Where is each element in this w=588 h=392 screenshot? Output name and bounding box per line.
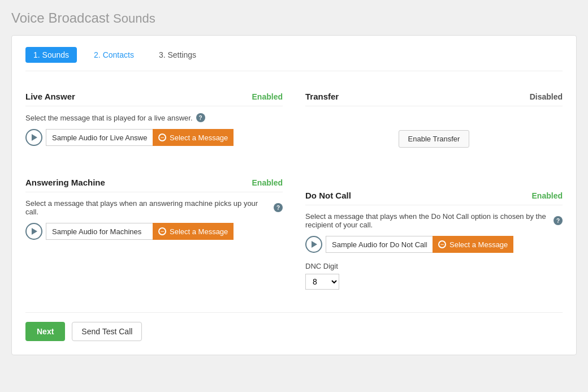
steps-nav: 1. Sounds 2. Contacts 3. Settings [25, 47, 563, 71]
answering-machine-status: Enabled [252, 178, 283, 187]
do-not-call-title: Do Not Call [305, 191, 351, 200]
play-icon-3 [312, 241, 317, 248]
do-not-call-audio-row: − Select a Message [305, 236, 563, 253]
left-col: Live Answer Enabled Select the message t… [25, 83, 283, 299]
transfer-header: Transfer Disabled [305, 92, 563, 106]
answering-machine-select-message-button[interactable]: − Select a Message [153, 223, 234, 240]
answering-machine-section: Answering Machine Enabled Select a messa… [25, 169, 283, 249]
live-answer-header: Live Answer Enabled [25, 92, 283, 106]
transfer-status: Disabled [530, 92, 563, 101]
do-not-call-status: Enabled [532, 191, 563, 200]
live-answer-status: Enabled [252, 92, 283, 101]
answering-machine-desc: Select a message that plays when an answ… [25, 199, 283, 216]
right-col: Transfer Disabled Enable Transfer Do Not… [305, 83, 563, 299]
minus-icon: − [158, 133, 166, 141]
do-not-call-header: Do Not Call Enabled [305, 191, 563, 205]
do-not-call-select-message-button[interactable]: − Select a Message [433, 236, 513, 253]
step-sounds[interactable]: 1. Sounds [25, 47, 77, 63]
minus-icon-2: − [158, 227, 166, 235]
play-icon [32, 134, 37, 141]
step-contacts[interactable]: 2. Contacts [86, 47, 142, 63]
live-answer-play-button[interactable] [25, 129, 42, 146]
do-not-call-play-button[interactable] [305, 236, 322, 253]
live-answer-title: Live Answer [25, 92, 75, 101]
transfer-section: Transfer Disabled Enable Transfer [305, 83, 563, 168]
answering-machine-audio-row: − Select a Message [25, 223, 283, 240]
do-not-call-section: Do Not Call Enabled Select a message tha… [305, 182, 563, 299]
live-answer-audio-row: − Select a Message [25, 129, 283, 146]
minus-icon-3: − [438, 240, 446, 248]
send-test-call-button[interactable]: Send Test Call [72, 322, 142, 341]
do-not-call-desc: Select a message that plays when the Do … [305, 212, 563, 229]
step-settings[interactable]: 3. Settings [151, 47, 204, 63]
page-title: Voice Broadcast Sounds [11, 10, 577, 26]
enable-transfer-button[interactable]: Enable Transfer [399, 130, 470, 148]
do-not-call-help-icon[interactable]: ? [554, 216, 563, 225]
dnc-digit-label: DNC Digit [305, 262, 563, 270]
transfer-title: Transfer [305, 92, 339, 101]
live-answer-section: Live Answer Enabled Select the message t… [25, 83, 283, 155]
live-answer-select-message-button[interactable]: − Select a Message [153, 129, 234, 146]
main-card: 1. Sounds 2. Contacts 3. Settings Live A… [11, 35, 577, 355]
do-not-call-audio-label[interactable] [326, 236, 433, 253]
dnc-digit-select[interactable]: 1 2 3 4 5 6 7 8 9 [305, 274, 339, 290]
answering-machine-title: Answering Machine [25, 178, 105, 187]
bottom-actions: Next Send Test Call [25, 312, 563, 341]
next-button[interactable]: Next [25, 322, 65, 341]
answering-machine-help-icon[interactable]: ? [274, 203, 283, 212]
live-answer-desc: Select the message that is played for a … [25, 113, 283, 122]
content-grid: Live Answer Enabled Select the message t… [25, 83, 563, 299]
live-answer-help-icon[interactable]: ? [196, 113, 205, 122]
answering-machine-header: Answering Machine Enabled [25, 178, 283, 192]
play-icon-2 [32, 228, 37, 235]
answering-machine-play-button[interactable] [25, 223, 42, 240]
dnc-digit-section: DNC Digit 1 2 3 4 5 6 7 8 9 [305, 262, 563, 290]
live-answer-audio-label[interactable] [46, 129, 153, 146]
transfer-body: Enable Transfer [305, 113, 563, 159]
answering-machine-audio-label[interactable] [46, 223, 153, 240]
